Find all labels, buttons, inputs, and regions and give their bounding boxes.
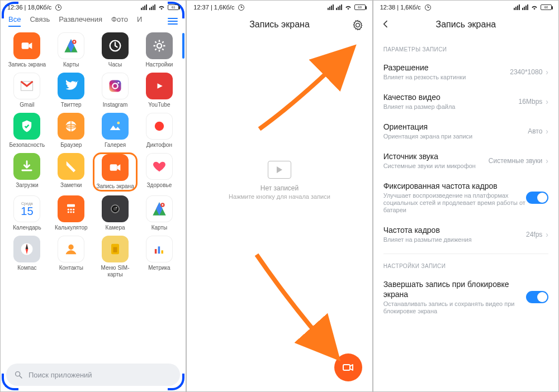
download-icon (13, 153, 40, 180)
app-контакты[interactable]: Контакты (49, 236, 93, 278)
svg-point-8 (117, 82, 119, 84)
heart-icon (146, 153, 173, 180)
app-календарь[interactable]: Среда15Календарь (5, 195, 49, 231)
signal-icon (336, 4, 342, 10)
status-right: 61 (141, 4, 179, 10)
chevron-right-icon: › (546, 127, 548, 136)
app-запись-экрана[interactable]: Запись экрана (93, 153, 138, 191)
app-безопасность[interactable]: Безопасность (5, 113, 49, 149)
svg-point-4 (157, 44, 162, 48)
app-диктофон[interactable]: Диктофон (137, 113, 181, 149)
status-left: 12:37 | 1,6Кб/с (193, 4, 244, 11)
app-label: Заметки (60, 182, 82, 189)
chevron-right-icon: › (546, 230, 548, 239)
signal-icon (328, 4, 334, 10)
settings-section-1: ПАРАМЕТРЫ ЗАПИСИ РазрешениеВлияет на рез… (373, 46, 558, 321)
app-label: Запись экрана (8, 61, 46, 68)
app-метрика[interactable]: Метрика (137, 236, 181, 278)
search-placeholder: Поиск приложений (29, 371, 92, 379)
app-карты[interactable]: Карты (49, 32, 93, 68)
app-label: Карты (63, 61, 79, 68)
app-часы[interactable]: Часы (93, 32, 138, 68)
app-компас[interactable]: Компас (5, 236, 49, 278)
gmaps-icon (58, 32, 84, 59)
setting-title: Разрешение (383, 63, 510, 73)
app-настройки[interactable]: Настройки (137, 32, 181, 68)
setting-row[interactable]: Завершать запись при блокировке экранаОс… (383, 274, 548, 321)
setting-row[interactable]: Качество видеоВлияет на размер файла16Mb… (383, 87, 548, 116)
compass-icon (13, 236, 40, 262)
app-label: Меню SIM-карты (95, 265, 135, 278)
setting-row[interactable]: Фиксированная частота кадровУлучшает вос… (383, 175, 548, 219)
search-bar[interactable]: Поиск приложений (6, 364, 180, 386)
setting-value: 24fps (526, 231, 542, 238)
tab-communication[interactable]: Связь (30, 15, 50, 27)
category-tabs: Все Связь Развлечения Фото И (1, 12, 186, 29)
setting-subtitle: Системные звуки или микрофон (383, 162, 489, 170)
app-youtube[interactable]: YouTube (137, 73, 181, 108)
setting-row[interactable]: РазрешениеВлияет на резкость картинки234… (383, 57, 548, 87)
app-instagram[interactable]: Instagram (93, 73, 138, 108)
app-меню-sim-карты[interactable]: Меню SIM-карты (93, 236, 138, 278)
app-камера[interactable]: Камера (93, 195, 138, 231)
setting-subtitle: Влияет на резкость картинки (383, 74, 510, 81)
back-button[interactable] (381, 18, 390, 31)
setting-row[interactable]: ОриентацияОриентация экрана при записиАв… (383, 116, 548, 146)
shield-icon (13, 113, 40, 140)
setting-value: 16Mbps (519, 98, 543, 106)
svg-point-15 (68, 209, 69, 211)
svg-point-11 (117, 122, 120, 125)
app-калькулятор[interactable]: Калькулятор (49, 195, 93, 231)
setting-title: Частота кадров (383, 225, 526, 235)
app-браузер[interactable]: Браузер (49, 113, 93, 149)
signal-icon (514, 4, 520, 10)
tab-more[interactable]: И (137, 15, 142, 27)
setting-row[interactable]: Источник звукаСистемные звуки или микроф… (383, 146, 548, 175)
svg-point-17 (73, 209, 74, 211)
status-bar: 12:38 | 1,6Кб/с 60 (373, 1, 558, 12)
app-label: Калькулятор (55, 224, 88, 231)
svg-point-27 (69, 245, 74, 250)
app-label: YouTube (148, 102, 170, 108)
annotation-arrow-icon (248, 246, 360, 369)
twitter-icon (58, 73, 84, 99)
alarm-icon (238, 4, 244, 11)
toggle-switch[interactable] (526, 192, 548, 204)
app-label: Часы (108, 61, 122, 68)
setting-row[interactable]: Частота кадровВлияет на размытие движени… (383, 219, 548, 249)
tab-entertainment[interactable]: Развлечения (59, 15, 102, 27)
app-label: Настройки (145, 61, 173, 68)
svg-point-25 (162, 204, 163, 206)
app-твиттер[interactable]: Твиттер (49, 73, 93, 108)
alarm-icon (55, 4, 61, 11)
cam-icon (13, 32, 40, 59)
setting-title: Качество видео (383, 92, 519, 102)
app-галерея[interactable]: Галерея (93, 113, 138, 149)
alarm-icon (425, 4, 431, 11)
globe-icon (58, 113, 84, 140)
setting-title: Ориентация (383, 122, 528, 132)
page-title: Запись экрана (436, 20, 496, 30)
app-gmail[interactable]: Gmail (5, 73, 49, 108)
app-label: Галерея (105, 142, 126, 149)
svg-point-12 (155, 122, 164, 131)
status-bar: 12:36 | 18,0Кб/с 61 (1, 1, 186, 12)
app-label: Запись экрана (96, 183, 134, 190)
app-здоровье[interactable]: Здоровье (137, 153, 181, 191)
settings-button[interactable] (352, 20, 363, 33)
svg-point-23 (116, 207, 117, 208)
scrollbar[interactable] (182, 33, 184, 59)
app-label: Здоровье (147, 182, 172, 189)
tab-photo[interactable]: Фото (111, 15, 128, 27)
chevron-left-icon (381, 20, 390, 28)
gmaps-icon (146, 195, 173, 222)
svg-point-20 (73, 211, 74, 213)
app-карты[interactable]: Карты (137, 195, 181, 231)
app-запись-экрана[interactable]: Запись экрана (5, 32, 49, 68)
app-заметки[interactable]: Заметки (49, 153, 93, 191)
app-загрузки[interactable]: Загрузки (5, 153, 49, 191)
svg-rect-6 (110, 80, 121, 92)
page-title: Запись экрана (249, 20, 310, 30)
app-label: Камера (106, 224, 125, 231)
toggle-switch[interactable] (526, 291, 548, 303)
